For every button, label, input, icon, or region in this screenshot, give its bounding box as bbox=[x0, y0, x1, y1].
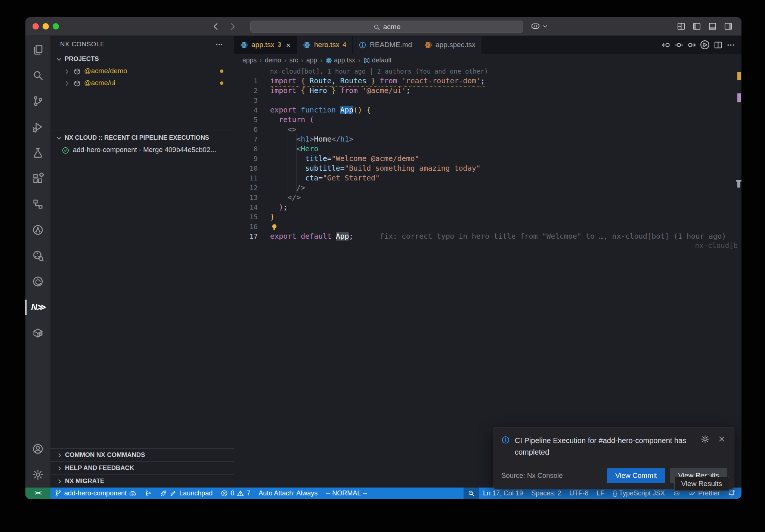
command-center-search[interactable]: acme bbox=[250, 21, 523, 33]
cloud-upload-icon bbox=[129, 490, 136, 497]
code-line-9: 9 title="Welcome @acme/demo" bbox=[234, 154, 741, 164]
breadcrumb-demo[interactable]: demo bbox=[265, 56, 281, 64]
activity-account[interactable] bbox=[25, 436, 50, 462]
breadcrumb-src[interactable]: src bbox=[289, 56, 298, 64]
status-vim-mode[interactable]: -- NORMAL -- bbox=[322, 488, 371, 499]
history-forward-button[interactable] bbox=[227, 22, 237, 31]
close-window-button[interactable] bbox=[32, 23, 39, 30]
panel-right-button[interactable] bbox=[724, 22, 733, 31]
section-nx-cloud[interactable]: NX CLOUD :: RECENT CI PIPELINE EXECUTION… bbox=[50, 132, 234, 144]
tab-app.tsx[interactable]: app.tsx 3 × bbox=[234, 36, 297, 54]
ellipsis-icon bbox=[215, 40, 223, 49]
titlebar: acme bbox=[25, 17, 741, 36]
activity-references[interactable] bbox=[25, 191, 50, 217]
modified-dot bbox=[220, 69, 223, 73]
activity-gear[interactable] bbox=[25, 462, 50, 488]
activity-commit-circle[interactable] bbox=[25, 217, 50, 243]
code-line-14: 14 ); bbox=[234, 202, 741, 212]
notification-source: Source: Nx Console bbox=[501, 471, 563, 480]
tab-label: README.md bbox=[370, 41, 412, 49]
react-icon bbox=[303, 41, 311, 49]
code-line-3: 3 bbox=[234, 96, 741, 105]
container-icon bbox=[32, 327, 44, 339]
chevron-right-icon bbox=[56, 478, 63, 485]
section-nx-migrate[interactable]: NX MIGRATE bbox=[50, 475, 234, 488]
nav-back-circle-icon bbox=[662, 40, 671, 50]
maximize-window-button[interactable] bbox=[53, 23, 59, 30]
activity-container[interactable] bbox=[25, 320, 50, 346]
breadcrumb-app.tsx[interactable]: app.tsx bbox=[325, 56, 355, 64]
info-icon bbox=[501, 436, 510, 444]
breadcrumb-default[interactable]: default bbox=[363, 56, 392, 64]
circle-arrow-button[interactable] bbox=[687, 40, 696, 50]
activity-search[interactable] bbox=[25, 62, 50, 88]
project-row[interactable]: @acme/demo bbox=[50, 65, 234, 77]
notification-settings-icon[interactable] bbox=[701, 435, 709, 458]
section-projects[interactable]: PROJECTS bbox=[50, 53, 234, 65]
chevron-right-icon bbox=[64, 80, 70, 87]
lightbulb-icon[interactable] bbox=[270, 222, 279, 232]
layout-grid-button[interactable] bbox=[676, 22, 686, 31]
panel-bottom-button[interactable] bbox=[708, 22, 717, 31]
status-zoom[interactable] bbox=[464, 488, 479, 499]
history-back-button[interactable] bbox=[211, 22, 221, 31]
tab-label: app.spec.tsx bbox=[436, 41, 476, 49]
panel-left-button[interactable] bbox=[692, 22, 701, 31]
tab-dirty-count: 3 bbox=[278, 41, 281, 49]
activity-files[interactable] bbox=[25, 37, 50, 62]
minimize-window-button[interactable] bbox=[43, 23, 49, 30]
status-branch[interactable]: add-hero-component bbox=[50, 488, 140, 499]
extensions-icon bbox=[32, 173, 44, 184]
breadcrumb-apps[interactable]: apps bbox=[242, 56, 257, 64]
status-auto-attach[interactable]: Auto Attach: Always bbox=[254, 488, 322, 499]
more-actions-icon[interactable] bbox=[215, 40, 223, 49]
status-git-graph[interactable] bbox=[140, 488, 156, 499]
copilot-menu[interactable] bbox=[530, 21, 548, 31]
section-common-nx-commands[interactable]: COMMON NX COMMANDS bbox=[50, 449, 234, 461]
activity-source-control[interactable] bbox=[25, 88, 50, 114]
react-icon bbox=[240, 41, 248, 49]
sidebar-title: NX CONSOLE bbox=[60, 41, 105, 48]
run-circle-button[interactable] bbox=[700, 40, 710, 50]
search-value: acme bbox=[383, 23, 400, 31]
sidebar-nx-console: NX CONSOLE PROJECTS @acme/demo @acme/ui … bbox=[50, 36, 234, 488]
activity-beaker[interactable] bbox=[25, 140, 50, 166]
activity-commit-search[interactable] bbox=[25, 243, 50, 269]
overview-ruler-mark bbox=[737, 72, 741, 80]
split-icon bbox=[713, 40, 723, 50]
project-row[interactable]: @acme/ui bbox=[50, 77, 234, 89]
circle-arrow-icon bbox=[687, 40, 696, 50]
status-problems[interactable]: 07 bbox=[217, 488, 254, 499]
layout-grid-icon bbox=[676, 22, 686, 31]
check-circle-icon bbox=[62, 146, 69, 154]
activity-nx[interactable]: N≫ bbox=[25, 294, 50, 320]
circle-dash-button[interactable] bbox=[674, 40, 684, 50]
ellipsis-icon bbox=[726, 40, 735, 50]
code-line-8: 8 <Hero bbox=[234, 144, 741, 154]
ellipsis-button[interactable] bbox=[726, 40, 735, 50]
nav-back-circle-button[interactable] bbox=[662, 40, 671, 50]
tab-app.spec.tsx[interactable]: app.spec.tsx bbox=[418, 36, 482, 54]
commit-circle-icon bbox=[32, 224, 44, 236]
status-remote[interactable]: >< bbox=[25, 488, 50, 499]
split-button[interactable] bbox=[713, 40, 723, 50]
notification-message: CI Pipeline Execution for #add-hero-comp… bbox=[515, 435, 690, 458]
tab-hero.tsx[interactable]: hero.tsx 4 bbox=[297, 36, 353, 54]
view-commit-button[interactable]: View Commit bbox=[607, 468, 665, 483]
tab-README.md[interactable]: README.md bbox=[353, 36, 418, 54]
code-editor[interactable]: nx-cloud[bot], 1 hour ago | 2 authors (Y… bbox=[234, 66, 741, 488]
breadcrumb-app[interactable]: app bbox=[306, 56, 317, 64]
activity-debug[interactable] bbox=[25, 114, 50, 140]
project-label: @acme/demo bbox=[84, 67, 127, 75]
section-help-and-feedback[interactable]: HELP AND FEEDBACK bbox=[50, 462, 234, 474]
activity-extensions[interactable] bbox=[25, 166, 50, 191]
status-launchpad[interactable]: Launchpad bbox=[156, 488, 217, 499]
close-icon[interactable]: × bbox=[286, 41, 291, 49]
breadcrumb: apps› demo› src› app› app.tsx› default bbox=[234, 54, 741, 66]
activity-edge[interactable] bbox=[25, 269, 50, 294]
notification-close-icon[interactable] bbox=[718, 435, 726, 458]
react-icon bbox=[424, 41, 432, 49]
code-line-15: 15 } bbox=[234, 212, 741, 222]
code-line-2: 2 import { Hero } from '@acme/ui'; bbox=[234, 86, 741, 96]
pipeline-execution-row[interactable]: add-hero-component - Merge 409b44e5cb02.… bbox=[50, 144, 234, 156]
